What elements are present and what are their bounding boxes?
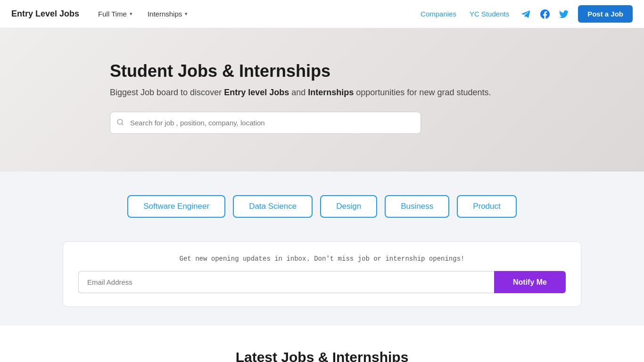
search-input[interactable]	[110, 112, 421, 134]
latest-section: Latest Jobs & Internships Test Engineer …	[0, 326, 644, 362]
hero-desc-end: opportunities for new grad students.	[356, 88, 491, 97]
hero-desc-middle: and	[291, 88, 308, 97]
hero-desc-bold2: Internships	[308, 88, 354, 97]
navbar: Entry Level Jobs Full Time ▾ Internships…	[0, 0, 644, 28]
twitter-icon[interactable]	[555, 6, 572, 23]
internships-dropdown[interactable]: Internships ▾	[142, 6, 193, 22]
facebook-icon[interactable]	[537, 6, 553, 23]
yc-students-link[interactable]: YC Students	[463, 6, 516, 22]
hero-section: Student Jobs & Internships Biggest Job b…	[0, 28, 644, 172]
internships-label: Internships	[148, 10, 182, 18]
notify-row: Notify Me	[78, 271, 566, 293]
post-job-button[interactable]: Post a Job	[578, 5, 633, 23]
email-input[interactable]	[78, 271, 494, 293]
internships-chevron-icon: ▾	[185, 11, 188, 17]
category-chips: Software Engineer Data Science Design Bu…	[11, 195, 633, 218]
search-wrap	[110, 112, 421, 134]
latest-heading: Latest Jobs & Internships	[11, 349, 633, 362]
category-data-science[interactable]: Data Science	[233, 195, 313, 218]
category-software-engineer[interactable]: Software Engineer	[127, 195, 225, 218]
fulltime-chevron-icon: ▾	[130, 11, 132, 17]
notify-message: Get new opening updates in inbox. Don't …	[78, 255, 566, 263]
category-product[interactable]: Product	[457, 195, 517, 218]
notify-button[interactable]: Notify Me	[494, 271, 566, 293]
category-section: Software Engineer Data Science Design Bu…	[0, 172, 644, 241]
fulltime-dropdown[interactable]: Full Time ▾	[92, 6, 138, 22]
fulltime-label: Full Time	[98, 10, 127, 18]
category-design[interactable]: Design	[320, 195, 377, 218]
notify-section: Get new opening updates in inbox. Don't …	[0, 241, 644, 326]
hero-desc-bold1: Entry level Jobs	[224, 88, 289, 97]
hero-heading: Student Jobs & Internships	[110, 61, 534, 81]
category-business[interactable]: Business	[385, 195, 449, 218]
nav-brand[interactable]: Entry Level Jobs	[11, 9, 79, 19]
notify-card: Get new opening updates in inbox. Don't …	[63, 241, 581, 307]
companies-link[interactable]: Companies	[414, 6, 463, 22]
hero-desc-plain: Biggest Job board to discover	[110, 88, 224, 97]
telegram-icon[interactable]	[518, 6, 535, 23]
hero-description: Biggest Job board to discover Entry leve…	[110, 88, 534, 98]
